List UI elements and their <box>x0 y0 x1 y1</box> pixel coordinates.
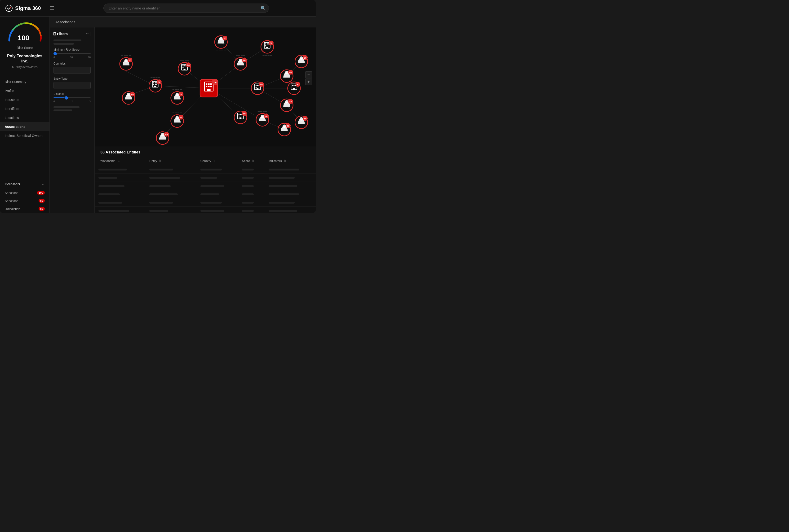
table-row[interactable] <box>95 207 316 213</box>
table-body <box>95 165 316 213</box>
table-row[interactable] <box>95 182 316 190</box>
svg-point-102 <box>299 56 303 60</box>
logo-icon <box>5 4 13 13</box>
svg-point-39 <box>127 93 130 96</box>
nav-section: Risk Summary Profile Industries Identifi… <box>0 77 50 177</box>
sidebar-item-associations[interactable]: Associations <box>0 122 50 131</box>
zoom-in-button[interactable]: + <box>305 78 312 85</box>
svg-point-140 <box>261 115 264 118</box>
zoom-controls: − + <box>305 71 312 85</box>
associations-table: Relationship ⇅ Entity ⇅ Country ⇅ Score … <box>95 157 316 213</box>
filter-collapse-button[interactable]: ←| <box>85 31 91 36</box>
sidebar-item-indirect-owners[interactable]: Indirect Beneficial Owners <box>0 131 50 140</box>
risk-score-slider-track[interactable] <box>54 53 91 54</box>
svg-rect-66 <box>207 89 210 91</box>
countries-input[interactable] <box>54 67 91 74</box>
filter-icon: ⍁ <box>54 32 56 36</box>
zoom-out-button[interactable]: − <box>305 71 312 78</box>
svg-text:80: 80 <box>180 116 182 119</box>
node-person-11[interactable]: 80 <box>278 123 291 136</box>
svg-text:80: 80 <box>180 93 182 96</box>
col-entity[interactable]: Entity ⇅ <box>146 157 197 165</box>
svg-text:80: 80 <box>260 83 262 86</box>
app-title: Sigma 360 <box>15 5 41 11</box>
node-person-2[interactable]: 80 <box>122 92 135 104</box>
node-person-3[interactable]: — — — — 80 <box>171 89 183 104</box>
svg-rect-88 <box>265 43 266 44</box>
sidebar-item-locations[interactable]: Locations <box>0 113 50 122</box>
node-person-9[interactable]: — — — — 80 <box>171 112 183 128</box>
node-building-1[interactable]: — — — — — — — 80 <box>149 76 161 92</box>
svg-text:80: 80 <box>265 115 268 117</box>
svg-text:— — — —: — — — — <box>172 89 182 91</box>
col-relationship[interactable]: Relationship ⇅ <box>95 157 146 165</box>
risk-score-thumb[interactable] <box>54 52 57 55</box>
filter-skeleton-1 <box>54 39 81 41</box>
col-indicators[interactable]: Indicators ⇅ <box>265 157 316 165</box>
search-icon[interactable]: 🔍 <box>260 6 266 11</box>
sidebar-item-risk-summary[interactable]: Risk Summary <box>0 77 50 86</box>
table-row[interactable] <box>95 198 316 207</box>
node-building-2[interactable]: — — — — 80 <box>178 59 191 75</box>
table-row[interactable] <box>95 165 316 174</box>
sidebar-item-identifiers[interactable]: Identifiers <box>0 104 50 113</box>
filter-panel: ⍁ Filters ←| Minimum Risk Score 0 10 <box>50 27 95 213</box>
filter-title: ⍁ Filters <box>54 32 68 36</box>
svg-rect-72 <box>256 85 257 86</box>
svg-rect-61 <box>208 83 209 85</box>
svg-point-97 <box>285 71 288 74</box>
node-person-7[interactable]: — — — — 80 <box>280 96 293 112</box>
svg-text:— — —: — — — <box>124 57 129 58</box>
svg-text:— — —: — — — <box>218 52 224 53</box>
svg-point-148 <box>161 133 164 136</box>
node-person-13[interactable]: — — — — 80 <box>234 54 246 70</box>
col-country[interactable]: Country ⇅ <box>197 157 238 165</box>
indicator-row-jurisdiction-80[interactable]: Jurisdiction 80 <box>0 205 50 213</box>
svg-rect-64 <box>208 86 209 87</box>
sidebar-item-industries[interactable]: Industries <box>0 95 50 104</box>
node-person-4[interactable]: — — — — — — — 80 <box>215 36 227 53</box>
node-building-4[interactable]: — — — — 80 <box>261 41 274 57</box>
node-building-5[interactable]: — — — — 80 <box>288 79 300 95</box>
svg-point-144 <box>282 125 286 128</box>
graph-area[interactable]: — — — — — — — 80 — — — — — — — <box>95 27 316 147</box>
node-building-3[interactable]: — — — — 80 <box>251 79 264 95</box>
menu-button[interactable]: ☰ <box>47 4 57 12</box>
table-row[interactable] <box>95 174 316 182</box>
entity-type-select[interactable]: Person Company <box>54 82 91 89</box>
filter-skeleton-2 <box>54 43 74 45</box>
svg-line-13 <box>221 42 240 64</box>
indicator-row-sanctions-80[interactable]: Sanctions 80 <box>0 197 50 205</box>
table-row[interactable] <box>95 190 316 198</box>
svg-rect-48 <box>182 68 183 68</box>
node-person-8[interactable]: — — — 80 <box>295 113 308 129</box>
node-person-12[interactable]: 80 <box>156 132 169 144</box>
search-input[interactable] <box>104 3 269 13</box>
bottom-section: 38 Associated Entities Relationship ⇅ En… <box>95 147 316 213</box>
col-score[interactable]: Score ⇅ <box>238 157 264 165</box>
entity-id-icon: ↻ <box>12 65 15 69</box>
distance-thumb[interactable] <box>65 96 68 99</box>
node-person-6[interactable]: — — — 80 <box>295 52 308 68</box>
distance-slider-track[interactable] <box>54 97 91 98</box>
indicator-label: Sanctions <box>5 191 18 195</box>
indicator-row-sanctions-100[interactable]: Sanctions 100 <box>0 189 50 197</box>
filter-skeleton-3 <box>54 106 79 108</box>
center-node[interactable]: 100 <box>200 79 218 97</box>
chevron-down-icon[interactable]: ⌄ <box>42 182 45 186</box>
min-risk-score-label: Minimum Risk Score <box>54 48 91 51</box>
svg-point-22 <box>125 59 128 62</box>
node-building-6[interactable]: — — — — 80 <box>234 108 246 124</box>
indicators-label: Indicators <box>5 182 21 186</box>
svg-text:80: 80 <box>243 59 245 61</box>
node-person-1[interactable]: — — — — — — — 80 <box>120 54 132 70</box>
associations-layout: ⍁ Filters ←| Minimum Risk Score 0 10 <box>50 27 316 213</box>
entity-name: Poly Technologies Inc. <box>4 53 46 64</box>
node-person-10[interactable]: — — — — 80 <box>256 110 269 126</box>
filter-header: ⍁ Filters ←| <box>54 31 91 36</box>
indicator-label: Sanctions <box>5 199 18 203</box>
svg-point-116 <box>285 100 288 103</box>
sidebar-item-profile[interactable]: Profile <box>0 86 50 95</box>
svg-text:80: 80 <box>290 71 292 74</box>
svg-text:— — — —: — — — — <box>122 54 131 57</box>
